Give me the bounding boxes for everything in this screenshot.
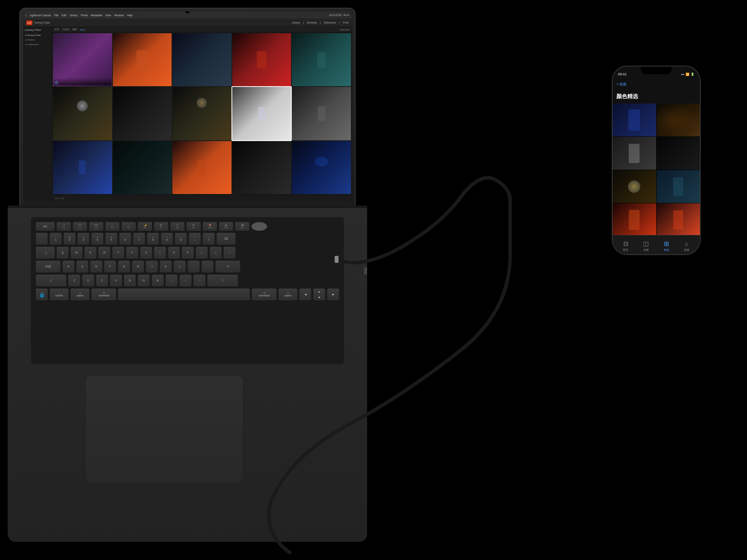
key-f6[interactable]: 🌙F6 <box>138 222 152 231</box>
lr-sidebar-collections[interactable]: ▸ Collections <box>25 42 50 46</box>
iphone-photo-6[interactable] <box>657 170 700 203</box>
tab-develop[interactable]: Develop <box>307 21 317 24</box>
key-f3[interactable]: ⊟⊟F3 <box>89 222 104 231</box>
iphone-photo-1[interactable] <box>613 104 656 136</box>
key-semicolon[interactable]: : ; <box>187 260 200 273</box>
key-w[interactable]: W <box>70 247 83 259</box>
key-5[interactable]: %5 <box>105 233 117 245</box>
iphone-tab-search[interactable]: ⌕ 搜索 <box>684 240 689 252</box>
key-esc[interactable]: esc <box>36 222 55 231</box>
key-f4[interactable]: ⌕F4 <box>105 222 120 231</box>
lr-sidebar-folders[interactable]: ▸ Folders <box>25 37 50 42</box>
lr-thumb-15[interactable] <box>292 141 351 194</box>
lr-thumb-4[interactable] <box>232 33 291 86</box>
key-arrow-left[interactable]: ◀ <box>299 288 311 301</box>
key-a[interactable]: A <box>62 260 75 273</box>
key-s[interactable]: S <box>76 260 88 273</box>
key-d[interactable]: D <box>90 260 102 273</box>
menu-library[interactable]: Library <box>70 14 78 17</box>
key-f8[interactable]: ⏸F8 <box>170 222 185 231</box>
key-option-right[interactable]: ⌥option <box>278 288 298 301</box>
apple-menu-icon[interactable]:  <box>26 14 27 17</box>
key-f2[interactable]: ☀☀F2 <box>73 222 87 231</box>
key-f[interactable]: F <box>104 260 116 273</box>
iphone-tab-library[interactable]: ⊟ 图库 <box>623 240 628 252</box>
key-shift-right[interactable]: ⇧ <box>207 274 238 287</box>
key-tilde[interactable]: ~· <box>36 233 48 245</box>
key-j[interactable]: J <box>146 260 158 273</box>
key-f7[interactable]: ⏮F7 <box>154 222 168 231</box>
filter-rated[interactable]: 已评级 <box>62 28 69 31</box>
iphone-tab-albums[interactable]: ◫ 相册 <box>643 240 649 252</box>
key-return[interactable]: ⏎ <box>215 260 240 273</box>
key-6[interactable]: …6 <box>119 233 131 245</box>
tab-print[interactable]: Print <box>343 21 349 24</box>
key-bracket-left[interactable]: { [ <box>196 247 208 259</box>
lr-thumb-5[interactable] <box>292 33 351 86</box>
key-1[interactable]: !1 <box>49 233 62 245</box>
lr-thumb-6[interactable] <box>53 87 112 140</box>
key-shift-left[interactable]: ⇧ <box>36 274 66 287</box>
lr-thumb-2[interactable] <box>113 33 172 86</box>
key-r[interactable]: R <box>98 247 111 259</box>
key-tab[interactable]: →| <box>36 247 55 259</box>
iphone-photo-2[interactable] <box>657 104 700 136</box>
key-f9[interactable]: ⏭F9 <box>186 222 201 231</box>
menu-photo[interactable]: Photo <box>81 14 88 17</box>
key-command-right[interactable]: ⌘command <box>252 288 277 301</box>
key-u[interactable]: U <box>140 247 152 259</box>
key-i[interactable]: I <box>154 247 166 259</box>
key-minus[interactable]: )– <box>189 233 201 245</box>
lr-sidebar-catalog[interactable]: ▸ Tommy Chan <box>25 33 50 37</box>
key-f12[interactable]: 🔊F12 <box>235 222 250 231</box>
lr-thumb-7[interactable] <box>113 87 172 140</box>
key-comma[interactable]: « , <box>165 274 178 287</box>
key-0[interactable]: (0 <box>175 233 187 245</box>
key-k[interactable]: K <box>160 260 172 273</box>
key-4[interactable]: ¥4 <box>91 233 104 245</box>
iphone-photo-7[interactable] <box>613 203 656 235</box>
key-caps[interactable]: 中/英 <box>36 260 61 273</box>
key-l[interactable]: L <box>174 260 186 273</box>
lr-thumb-11[interactable] <box>53 141 112 194</box>
iphone-tab-featured[interactable]: ⊞ 精选 <box>664 240 669 252</box>
lr-thumb-10[interactable] <box>292 87 351 140</box>
key-touch-id[interactable] <box>251 222 267 231</box>
menu-help[interactable]: Help <box>127 14 132 17</box>
key-8[interactable]: &8 <box>147 233 159 245</box>
menu-window[interactable]: Window <box>114 14 124 17</box>
key-v[interactable]: V <box>110 274 122 287</box>
key-backslash[interactable]: | \ <box>223 247 236 259</box>
lr-thumb-12[interactable] <box>113 141 172 194</box>
key-t[interactable]: T <box>112 247 124 259</box>
trackpad[interactable] <box>85 376 243 484</box>
key-z[interactable]: Z <box>68 274 80 287</box>
key-q[interactable]: Q <box>56 247 69 259</box>
key-h[interactable]: H <box>132 260 144 273</box>
lr-thumb-14[interactable] <box>232 141 291 194</box>
menu-file[interactable]: File <box>54 14 58 17</box>
filter-video[interactable]: 视频 <box>72 28 77 31</box>
key-fn[interactable]: fn🌐 <box>36 288 48 301</box>
menu-metadata[interactable]: Metadata <box>91 14 102 17</box>
key-9[interactable]: *9 <box>161 233 173 245</box>
key-2[interactable]: @2 <box>63 233 76 245</box>
key-backspace[interactable]: ⌫ <box>216 233 236 245</box>
key-period[interactable]: » . <box>179 274 192 287</box>
tab-library[interactable]: Library <box>292 21 300 24</box>
key-f5[interactable]: ♩F5 <box>121 222 136 231</box>
key-control[interactable]: ^control <box>49 288 69 301</box>
key-m[interactable]: M <box>151 274 164 287</box>
iphone-back-button[interactable]: < 相册 <box>616 82 626 87</box>
key-g[interactable]: G <box>118 260 130 273</box>
filter-view[interactable]: Filter Bar <box>340 29 349 31</box>
key-option-left[interactable]: ⌥option <box>70 288 90 301</box>
key-c[interactable]: C <box>96 274 108 287</box>
iphone-photo-3[interactable] <box>613 137 656 170</box>
filter-all[interactable]: 全部 <box>54 28 59 31</box>
menu-view[interactable]: View <box>105 14 111 17</box>
key-arrow-right[interactable]: ▶ <box>327 288 339 301</box>
key-bracket-right[interactable]: ] } <box>209 247 222 259</box>
key-e[interactable]: E <box>84 247 97 259</box>
key-o[interactable]: O <box>168 247 180 259</box>
